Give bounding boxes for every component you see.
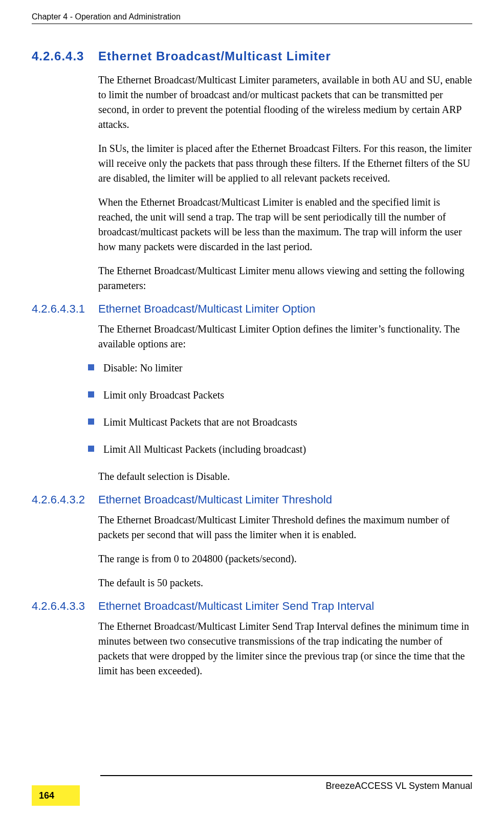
bullet-icon [88,391,94,398]
paragraph: The default selection is Disable. [98,469,472,484]
paragraph: The Ethernet Broadcast/Multicast Limiter… [98,263,472,293]
page-header: Chapter 4 - Operation and Administration [32,12,472,24]
list-item-text: Disable: No limiter [103,361,182,376]
subsection-body: The Ethernet Broadcast/Multicast Limiter… [98,322,472,351]
list-item-text: Limit Multicast Packets that are not Bro… [103,415,297,430]
subsection-number: 4.2.6.4.3.1 [32,302,98,316]
subsection-body: The Ethernet Broadcast/Multicast Limiter… [98,513,472,590]
subsection-number: 4.2.6.4.3.3 [32,600,98,613]
content-area: 4.2.6.4.3 Ethernet Broadcast/Multicast L… [32,49,472,688]
bullet-icon [88,364,94,370]
bullet-icon [88,446,94,452]
list-item: Disable: No limiter [88,361,472,376]
subsection-title: Ethernet Broadcast/Multicast Limiter Sen… [98,600,374,613]
page: Chapter 4 - Operation and Administration… [0,0,504,816]
paragraph: In SUs, the limiter is placed after the … [98,141,472,186]
paragraph: The range is from 0 to 204800 (packets/s… [98,552,472,566]
section-body: The Ethernet Broadcast/Multicast Limiter… [98,73,472,293]
paragraph: The Ethernet Broadcast/Multicast Limiter… [98,513,472,542]
footer-manual-name: BreezeACCESS VL System Manual [326,781,472,791]
subsection-number: 4.2.6.4.3.2 [32,493,98,506]
section-number: 4.2.6.4.3 [32,49,98,63]
subsection-title: Ethernet Broadcast/Multicast Limiter Thr… [98,493,332,506]
subsection-title: Ethernet Broadcast/Multicast Limiter Opt… [98,302,315,316]
section-title: Ethernet Broadcast/Multicast Limiter [98,49,331,63]
subsection-outro: The default selection is Disable. [98,469,472,484]
section-heading: 4.2.6.4.3 Ethernet Broadcast/Multicast L… [32,49,472,63]
chapter-title: Chapter 4 - Operation and Administration [32,12,181,21]
list-item: Limit All Multicast Packets (including b… [88,442,472,457]
list-item: Limit only Broadcast Packets [88,388,472,403]
list-item-text: Limit only Broadcast Packets [103,388,224,403]
subsection-heading: 4.2.6.4.3.3 Ethernet Broadcast/Multicast… [32,600,472,613]
list-item-text: Limit All Multicast Packets (including b… [103,442,306,457]
paragraph: The Ethernet Broadcast/Multicast Limiter… [98,73,472,132]
footer-rule [100,775,472,776]
paragraph: The Ethernet Broadcast/Multicast Limiter… [98,619,472,678]
bullet-list: Disable: No limiter Limit only Broadcast… [88,361,472,457]
bullet-icon [88,418,94,425]
paragraph: The default is 50 packets. [98,576,472,590]
list-item: Limit Multicast Packets that are not Bro… [88,415,472,430]
page-number-tab: 164 [32,785,80,806]
subsection-heading: 4.2.6.4.3.2 Ethernet Broadcast/Multicast… [32,493,472,506]
paragraph: When the Ethernet Broadcast/Multicast Li… [98,195,472,254]
page-number: 164 [39,790,54,801]
paragraph: The Ethernet Broadcast/Multicast Limiter… [98,322,472,351]
subsection-heading: 4.2.6.4.3.1 Ethernet Broadcast/Multicast… [32,302,472,316]
subsection-body: The Ethernet Broadcast/Multicast Limiter… [98,619,472,678]
